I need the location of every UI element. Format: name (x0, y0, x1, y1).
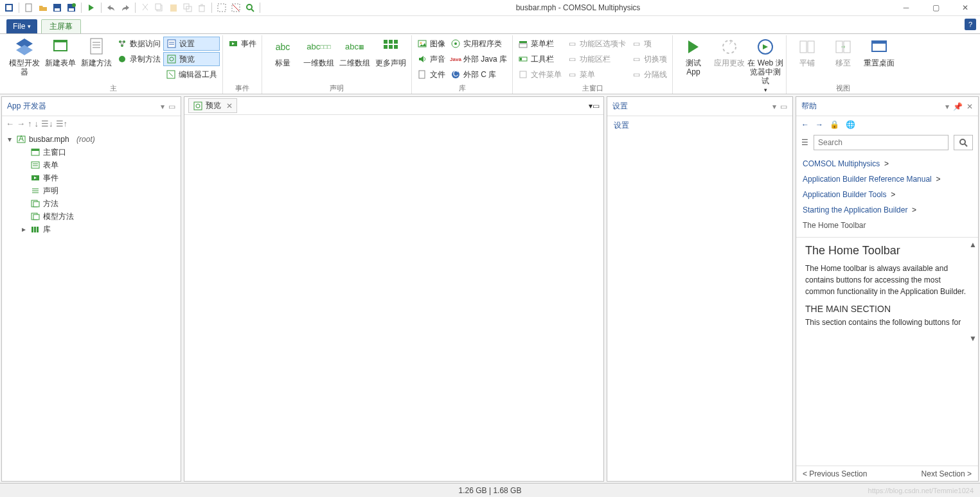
new-method-button[interactable]: 新建方法 (78, 35, 114, 67)
tree-item[interactable]: 事件 (20, 171, 177, 184)
array1d-button[interactable]: abc□□□一维数组 (301, 35, 337, 67)
undo-icon[interactable] (105, 1, 118, 14)
toolbar-button[interactable]: 工具栏 (515, 52, 564, 66)
up-icon[interactable]: ↑ (28, 119, 32, 128)
apply-changes-button[interactable]: 应用更改 (711, 35, 747, 67)
ext-java-button[interactable]: Java外部 Java 库 (448, 52, 510, 66)
data-access-button[interactable]: 数据访问 (114, 37, 163, 51)
open-icon[interactable] (37, 1, 49, 14)
help-button[interactable]: ? (965, 19, 976, 30)
record-method-button[interactable]: 录制方法 (114, 52, 163, 66)
panel-max-icon[interactable]: ▭ (592, 101, 600, 110)
test-app-button[interactable]: 测试 App (675, 35, 711, 76)
editor-tools-button[interactable]: 编辑器工具 (163, 67, 220, 82)
menubar-button[interactable]: 菜单栏 (515, 37, 564, 51)
app-tree: ▾Abusbar.mph (root) 主窗口 表单 事件 声明 方法 模型方法… (2, 130, 181, 238)
copy-icon[interactable] (153, 1, 166, 14)
new-icon[interactable] (22, 1, 35, 14)
search-button[interactable] (954, 135, 973, 150)
crumb-link[interactable]: Application Builder Reference Manual (803, 175, 932, 184)
main-area: App 开发器 ▾▭ ← → ↑ ↓ ☰↓ ☰↑ ▾Abusbar.mph (r… (0, 94, 980, 483)
scalar-button[interactable]: abc标量 (265, 35, 301, 67)
reset-desktop-button[interactable]: 重置桌面 (861, 35, 897, 67)
panel-menu-icon[interactable]: ▾ (772, 102, 776, 111)
svg-rect-77 (33, 214, 39, 220)
globe-icon[interactable]: 🌐 (846, 120, 855, 129)
tree-root[interactable]: ▾Abusbar.mph (root) (6, 133, 177, 146)
find-icon[interactable] (244, 1, 256, 14)
save-as-icon[interactable] (65, 1, 78, 14)
image-button[interactable]: 图像 (414, 37, 448, 51)
svg-rect-78 (31, 227, 33, 232)
panel-menu-icon[interactable]: ▾ (161, 102, 165, 111)
ribbon-group-test: 测试 App 应用更改 在 Web 浏 览器中测试▾ 测试 (673, 35, 787, 94)
collapse-icon[interactable]: ☰↑ (56, 119, 68, 128)
lock-icon[interactable]: 🔒 (830, 120, 839, 129)
expand-icon[interactable]: ☰↓ (41, 119, 53, 128)
file-button[interactable]: 文件 (414, 67, 448, 82)
array2d-button[interactable]: abc▦二维数组 (337, 35, 373, 67)
cut-icon[interactable] (139, 1, 152, 14)
svg-text:C: C (453, 70, 459, 78)
panel-max-icon[interactable]: ▭ (780, 102, 787, 111)
crumb-link[interactable]: Application Builder Tools (803, 190, 887, 199)
settings-button[interactable]: 设置 (163, 37, 220, 51)
run-icon[interactable] (85, 1, 98, 14)
tab-home[interactable]: 主屏幕 (41, 19, 81, 33)
help-forward-icon[interactable]: → (815, 120, 823, 129)
tree-item[interactable]: 模型方法 (20, 210, 177, 223)
svg-rect-62 (872, 41, 886, 44)
pin-icon[interactable]: 📌 (953, 102, 963, 111)
back-icon[interactable]: ← (6, 119, 14, 128)
group-label-main: 主 (6, 83, 220, 94)
file-menu[interactable]: File (6, 19, 37, 33)
ribbon-group-events: 事件 事件 (223, 35, 262, 94)
sound-button[interactable]: 声音 (414, 52, 448, 66)
test-browser-button[interactable]: 在 Web 浏 览器中测试▾ (747, 35, 783, 94)
paste-icon[interactable] (167, 1, 180, 14)
delete-icon[interactable] (195, 1, 208, 14)
deselect-icon[interactable] (229, 1, 242, 14)
new-form-button[interactable]: 新建表单 (42, 35, 78, 67)
down-icon[interactable]: ↓ (35, 119, 39, 128)
events-button[interactable]: 事件 (226, 37, 259, 51)
close-tab-icon[interactable]: ✕ (226, 101, 233, 110)
maximize-button[interactable]: ▢ (921, 0, 950, 16)
panel-close-icon[interactable]: ✕ (967, 102, 973, 111)
crumb-link[interactable]: COMSOL Multiphysics (803, 159, 880, 168)
help-back-icon[interactable]: ← (801, 120, 809, 129)
model-developer-button[interactable]: 模型开发器 (6, 35, 42, 76)
panel-menu-icon[interactable]: ▾ (945, 102, 949, 111)
save-icon[interactable] (51, 1, 64, 14)
preview-tab[interactable]: 预览 ✕ (188, 98, 237, 113)
tree-item[interactable]: 方法 (20, 197, 177, 210)
ext-c-button[interactable]: C外部 C 库 (448, 67, 510, 82)
minimize-button[interactable]: ─ (891, 0, 921, 16)
memory-status: 1.26 GB | 1.68 GB (459, 486, 522, 495)
close-button[interactable]: ✕ (950, 0, 980, 16)
tree-item[interactable]: 声明 (20, 184, 177, 197)
toc-icon[interactable]: ☰ (801, 138, 808, 147)
duplicate-icon[interactable] (181, 1, 194, 14)
svg-rect-81 (194, 102, 202, 110)
more-decl-button[interactable]: 更多声明 (373, 35, 409, 67)
tree-item[interactable]: ▸库 (20, 223, 177, 236)
settings-title: 设置 (612, 101, 628, 112)
select-icon[interactable] (215, 1, 228, 14)
scroll-up-icon[interactable]: ▲ (969, 240, 977, 249)
move-button[interactable]: 移至 (825, 35, 861, 67)
search-input[interactable] (814, 135, 949, 150)
tree-item[interactable]: 主窗口 (20, 146, 177, 159)
prev-section-button[interactable]: < Previous Section (803, 469, 867, 478)
tree-item[interactable]: 表单 (20, 159, 177, 171)
title-bar: busbar.mph - COMSOL Multiphysics ─ ▢ ✕ (0, 0, 980, 16)
next-section-button[interactable]: Next Section > (922, 469, 972, 478)
tile-button[interactable]: 平铺 (789, 35, 825, 67)
panel-close-icon[interactable]: ▭ (168, 102, 175, 111)
preview-button[interactable]: 预览 (163, 52, 220, 66)
redo-icon[interactable] (119, 1, 132, 14)
forward-icon[interactable]: → (17, 119, 25, 128)
util-class-button[interactable]: 实用程序类 (448, 37, 510, 51)
crumb-link[interactable]: Starting the Application Builder (803, 205, 907, 214)
scroll-down-icon[interactable]: ▼ (969, 334, 977, 343)
